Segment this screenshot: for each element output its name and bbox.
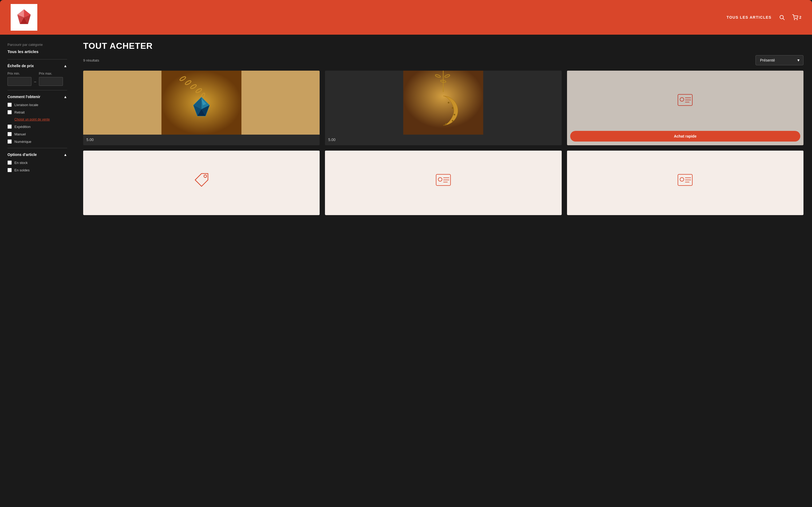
results-count: 9 résultats	[83, 58, 99, 62]
option-retrait: Retrait	[7, 110, 67, 114]
svg-point-29	[452, 107, 454, 109]
label-retrait[interactable]: Retrait	[14, 110, 24, 114]
product-card-6[interactable]	[567, 151, 804, 215]
how-to-get-header[interactable]: Comment l'obtenir ▲	[7, 95, 67, 99]
sort-select[interactable]: Présenté Prix croissant Prix décroissant…	[755, 55, 804, 65]
product-5-info	[325, 209, 562, 215]
cb-en-soldes[interactable]	[7, 168, 12, 172]
price-separator: –	[34, 79, 36, 84]
price-range-row: Prix min. – Prix max.	[7, 72, 67, 86]
price-section-header[interactable]: Échelle de prix ▲	[7, 64, 67, 68]
price-section-title: Échelle de prix	[7, 64, 34, 68]
sort-wrapper: Présenté Prix croissant Prix décroissant…	[755, 55, 804, 65]
label-manuel[interactable]: Manuel	[14, 132, 26, 136]
price-min-input[interactable]	[7, 77, 32, 86]
products-toolbar: 9 résultats Présenté Prix croissant Prix…	[83, 55, 804, 65]
option-livraison: Livraison locale	[7, 103, 67, 107]
svg-point-28	[448, 102, 450, 103]
pickup-point-link[interactable]: Choisir un point de vente	[14, 118, 67, 121]
product-1-price: 5.00	[86, 137, 94, 142]
label-numerique[interactable]: Numérique	[14, 140, 32, 144]
browse-label: Parcourir par catégorie	[7, 43, 67, 47]
product-card-2[interactable]: 5.00	[325, 71, 562, 145]
price-max-label: Prix max.	[39, 72, 63, 75]
cart-count: 2	[799, 15, 801, 19]
page-title: TOUT ACHETER	[83, 41, 804, 51]
svg-point-45	[680, 177, 684, 181]
price-chevron-icon: ▲	[63, 64, 67, 68]
quick-buy-button[interactable]: Achat rapide	[570, 131, 800, 142]
price-max-input[interactable]	[39, 77, 63, 86]
svg-point-30	[454, 114, 455, 115]
price-min-label: Prix min.	[7, 72, 32, 75]
svg-line-7	[783, 18, 784, 20]
option-expedition: Expédition	[7, 124, 67, 129]
product-card-3[interactable]: 200.00 Achat rapide	[567, 71, 804, 145]
header: TOUS LES ARTICLES 2	[0, 0, 812, 35]
divider-1	[7, 59, 67, 59]
product-4-info	[83, 209, 320, 215]
svg-point-34	[680, 98, 684, 101]
svg-point-31	[452, 120, 454, 121]
product-1-info: 5.00	[83, 134, 320, 145]
cb-en-stock[interactable]	[7, 161, 12, 165]
quick-buy-overlay: Achat rapide	[567, 128, 804, 145]
option-en-stock: En stock	[7, 161, 67, 165]
all-articles-link[interactable]: Tous les articles	[7, 49, 67, 54]
option-numerique: Numérique	[7, 139, 67, 144]
product-2-info: 5.00	[325, 134, 562, 145]
cb-expedition[interactable]	[7, 124, 12, 129]
sidebar: Parcourir par catégorie Tous les article…	[0, 35, 75, 507]
products-area: TOUT ACHETER 9 résultats Présenté Prix c…	[75, 35, 812, 507]
product-card-4[interactable]	[83, 151, 320, 215]
nav-all-articles[interactable]: TOUS LES ARTICLES	[727, 15, 772, 19]
cart-icon[interactable]: 2	[792, 14, 801, 20]
article-options-header[interactable]: Options d'article ▲	[7, 153, 67, 157]
product-2-price: 5.00	[328, 137, 335, 142]
label-en-soldes[interactable]: En soldes	[14, 168, 30, 172]
svg-point-9	[797, 19, 798, 20]
label-livraison[interactable]: Livraison locale	[14, 103, 39, 107]
cb-retrait[interactable]	[7, 110, 12, 114]
divider-3	[7, 148, 67, 148]
main-layout: Parcourir par catégorie Tous les article…	[0, 35, 812, 507]
how-to-get-title: Comment l'obtenir	[7, 95, 40, 99]
svg-point-38	[204, 175, 207, 177]
label-expedition[interactable]: Expédition	[14, 125, 31, 129]
price-max-group: Prix max.	[39, 72, 63, 86]
product-card-1[interactable]: 5.00	[83, 71, 320, 145]
how-to-get-chevron-icon: ▲	[63, 95, 67, 99]
svg-point-32	[445, 123, 447, 125]
product-card-5[interactable]	[325, 151, 562, 215]
logo[interactable]	[11, 4, 37, 31]
svg-point-8	[795, 19, 795, 20]
price-min-group: Prix min.	[7, 72, 32, 86]
product-3-image-placeholder	[567, 71, 804, 129]
svg-point-40	[438, 177, 442, 181]
cb-numerique[interactable]	[7, 139, 12, 144]
search-icon[interactable]	[779, 14, 785, 20]
cb-manuel[interactable]	[7, 132, 12, 136]
label-en-stock[interactable]: En stock	[14, 161, 28, 165]
article-options-title: Options d'article	[7, 153, 37, 157]
product-6-info	[567, 209, 804, 215]
option-en-soldes: En soldes	[7, 168, 67, 172]
option-manuel: Manuel	[7, 132, 67, 136]
cb-livraison-local[interactable]	[7, 103, 12, 107]
main-nav: TOUS LES ARTICLES 2	[727, 14, 801, 20]
article-options-chevron-icon: ▲	[63, 153, 67, 157]
products-grid: 5.00	[83, 71, 804, 215]
